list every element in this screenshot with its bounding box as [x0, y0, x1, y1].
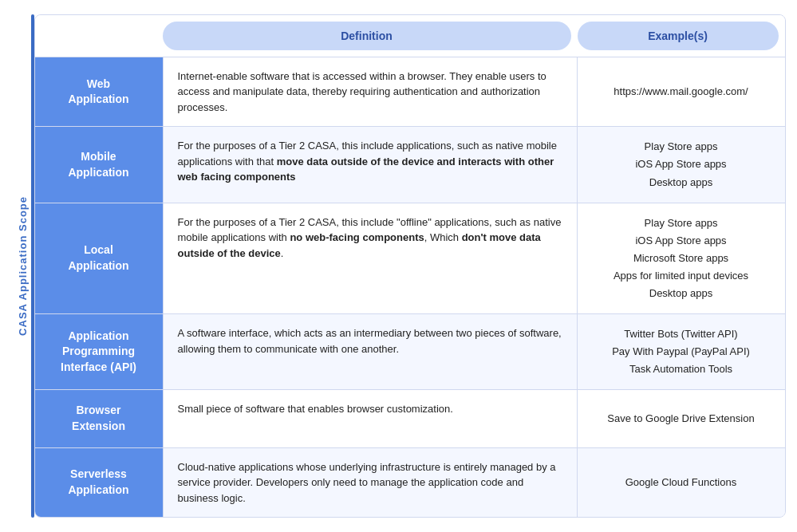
example-item: iOS App Store apps [635, 234, 726, 246]
header-empty [35, 15, 163, 57]
example-content: Twitter Bots (Twitter API)Pay With Paypa… [612, 325, 750, 378]
example-item: https://www.mail.google.com/ [614, 85, 748, 97]
table-row: Web ApplicationInternet-enable software … [35, 57, 785, 127]
header-definition: Definition [163, 22, 571, 50]
example-cell: https://www.mail.google.com/ [578, 57, 785, 127]
type-cell: Serverless Application [35, 448, 163, 518]
example-item: Desktop apps [649, 287, 713, 299]
main-table: Definition Example(s) Web ApplicationInt… [34, 14, 786, 518]
definition-cell: Cloud-native applications whose underlyi… [163, 448, 578, 518]
definition-cell: For the purposes of a Tier 2 CASA, this … [163, 127, 578, 202]
type-cell: Mobile Application [35, 127, 163, 202]
table-row: Browser ExtensionSmall piece of software… [35, 389, 785, 447]
example-item: Pay With Paypal (PayPal API) [612, 345, 750, 357]
header-examples: Example(s) [578, 22, 779, 50]
example-cell: Play Store appsiOS App Store appsDesktop… [578, 127, 785, 202]
example-content: Save to Google Drive Extension [607, 410, 754, 428]
example-item: Twitter Bots (Twitter API) [624, 328, 737, 340]
example-cell: Twitter Bots (Twitter API)Pay With Paypa… [578, 314, 785, 389]
definition-cell: Small piece of software that enables bro… [163, 390, 578, 447]
example-item: Microsoft Store apps [633, 252, 728, 264]
table-row: Mobile ApplicationFor the purposes of a … [35, 126, 785, 202]
example-content: Play Store appsiOS App Store appsMicroso… [614, 215, 748, 302]
table-row: Application Programming Interface (API)A… [35, 313, 785, 389]
example-content: https://www.mail.google.com/ [614, 83, 748, 100]
definition-cell: For the purposes of a Tier 2 CASA, this … [163, 203, 578, 313]
example-cell: Play Store appsiOS App Store appsMicroso… [578, 203, 785, 313]
type-cell: Application Programming Interface (API) [35, 314, 163, 389]
example-content: Play Store appsiOS App Store appsDesktop… [635, 138, 726, 191]
definition-cell: A software interface, which acts as an i… [163, 314, 578, 389]
definition-cell: Internet-enable software that is accesse… [163, 57, 578, 127]
example-item: iOS App Store apps [635, 158, 726, 170]
example-item: Save to Google Drive Extension [607, 412, 754, 424]
example-item: Desktop apps [649, 176, 713, 188]
type-cell: Web Application [35, 57, 163, 127]
vertical-label: CASA Application Scope [17, 196, 29, 336]
vertical-bar [31, 14, 34, 518]
table-row: Local ApplicationFor the purposes of a T… [35, 203, 785, 313]
table-body: Web ApplicationInternet-enable software … [35, 57, 785, 517]
example-item: Play Store apps [645, 140, 718, 152]
example-cell: Save to Google Drive Extension [578, 390, 785, 447]
vertical-label-wrapper: CASA Application Scope [12, 14, 34, 518]
table-header: Definition Example(s) [35, 15, 785, 57]
example-item: Apps for limited input devices [614, 270, 748, 282]
type-cell: Browser Extension [35, 390, 163, 447]
example-item: Play Store apps [645, 217, 718, 229]
example-cell: Google Cloud Functions [578, 448, 785, 518]
example-content: Google Cloud Functions [625, 474, 736, 491]
example-item: Task Automation Tools [629, 363, 732, 375]
table-row: Serverless ApplicationCloud-native appli… [35, 447, 785, 518]
type-cell: Local Application [35, 203, 163, 313]
example-item: Google Cloud Functions [625, 476, 736, 488]
